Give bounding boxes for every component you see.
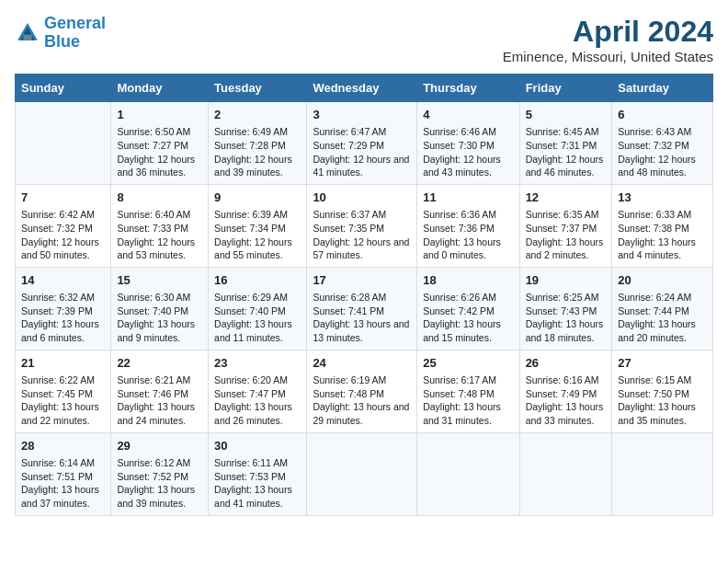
day-details: Sunrise: 6:21 AMSunset: 7:46 PMDaylight:… (117, 373, 202, 428)
day-number: 5 (526, 107, 607, 123)
calendar-cell: 17Sunrise: 6:28 AMSunset: 7:41 PMDayligh… (307, 267, 417, 350)
day-number: 15 (117, 272, 202, 289)
week-row-5: 28Sunrise: 6:14 AMSunset: 7:51 PMDayligh… (16, 432, 713, 515)
calendar-cell (612, 432, 713, 515)
calendar-cell (16, 102, 111, 185)
svg-rect-2 (23, 34, 31, 40)
day-details: Sunrise: 6:20 AMSunset: 7:47 PMDaylight:… (214, 373, 301, 428)
calendar-cell: 29Sunrise: 6:12 AMSunset: 7:52 PMDayligh… (111, 432, 209, 515)
calendar-cell: 1Sunrise: 6:50 AMSunset: 7:27 PMDaylight… (111, 102, 209, 185)
day-number: 22 (117, 355, 202, 372)
day-number: 21 (21, 355, 105, 372)
calendar-cell: 12Sunrise: 6:35 AMSunset: 7:37 PMDayligh… (519, 184, 612, 267)
header-tuesday: Tuesday (209, 75, 307, 102)
logo: General Blue (15, 15, 106, 52)
week-row-2: 7Sunrise: 6:42 AMSunset: 7:32 PMDaylight… (16, 184, 713, 267)
calendar-cell: 10Sunrise: 6:37 AMSunset: 7:35 PMDayligh… (307, 184, 417, 267)
logo-icon (15, 20, 40, 46)
day-number: 16 (214, 272, 301, 289)
calendar-cell: 4Sunrise: 6:46 AMSunset: 7:30 PMDaylight… (417, 102, 519, 185)
header-sunday: Sunday (16, 75, 111, 102)
day-number: 9 (214, 190, 301, 206)
calendar-cell: 19Sunrise: 6:25 AMSunset: 7:43 PMDayligh… (519, 267, 612, 350)
header-wednesday: Wednesday (307, 75, 417, 102)
calendar-cell: 6Sunrise: 6:43 AMSunset: 7:32 PMDaylight… (612, 102, 713, 185)
calendar-subtitle: Eminence, Missouri, United States (503, 49, 713, 64)
header-friday: Friday (519, 75, 612, 102)
calendar-cell: 23Sunrise: 6:20 AMSunset: 7:47 PMDayligh… (209, 350, 307, 432)
calendar-header-row: SundayMondayTuesdayWednesdayThursdayFrid… (16, 75, 713, 102)
calendar-cell: 27Sunrise: 6:15 AMSunset: 7:50 PMDayligh… (612, 350, 713, 432)
day-number: 29 (117, 438, 202, 454)
day-number: 25 (423, 355, 513, 372)
day-details: Sunrise: 6:14 AMSunset: 7:51 PMDaylight:… (21, 456, 105, 511)
day-details: Sunrise: 6:37 AMSunset: 7:35 PMDaylight:… (313, 208, 411, 262)
day-details: Sunrise: 6:12 AMSunset: 7:52 PMDaylight:… (117, 456, 202, 511)
title-block: April 2024 Eminence, Missouri, United St… (503, 15, 713, 64)
day-details: Sunrise: 6:42 AMSunset: 7:32 PMDaylight:… (21, 208, 105, 262)
week-row-1: 1Sunrise: 6:50 AMSunset: 7:27 PMDaylight… (16, 102, 713, 185)
day-number: 11 (423, 190, 513, 206)
day-number: 12 (526, 190, 607, 206)
day-details: Sunrise: 6:46 AMSunset: 7:30 PMDaylight:… (423, 125, 513, 179)
calendar-cell: 22Sunrise: 6:21 AMSunset: 7:46 PMDayligh… (111, 350, 209, 432)
day-number: 4 (423, 107, 513, 123)
day-number: 2 (214, 107, 301, 123)
day-details: Sunrise: 6:43 AMSunset: 7:32 PMDaylight:… (618, 125, 707, 179)
day-number: 6 (618, 107, 707, 123)
day-details: Sunrise: 6:11 AMSunset: 7:53 PMDaylight:… (214, 456, 301, 511)
calendar-cell: 26Sunrise: 6:16 AMSunset: 7:49 PMDayligh… (519, 350, 612, 432)
calendar-cell (417, 432, 519, 515)
week-row-3: 14Sunrise: 6:32 AMSunset: 7:39 PMDayligh… (16, 267, 713, 350)
week-row-4: 21Sunrise: 6:22 AMSunset: 7:45 PMDayligh… (16, 350, 713, 432)
day-details: Sunrise: 6:26 AMSunset: 7:42 PMDaylight:… (423, 291, 513, 345)
header-thursday: Thursday (417, 75, 519, 102)
day-details: Sunrise: 6:40 AMSunset: 7:33 PMDaylight:… (117, 208, 202, 262)
page-header: General Blue April 2024 Eminence, Missou… (15, 15, 713, 64)
calendar-cell: 18Sunrise: 6:26 AMSunset: 7:42 PMDayligh… (417, 267, 519, 350)
calendar-cell: 9Sunrise: 6:39 AMSunset: 7:34 PMDaylight… (209, 184, 307, 267)
day-details: Sunrise: 6:25 AMSunset: 7:43 PMDaylight:… (526, 291, 607, 345)
day-details: Sunrise: 6:39 AMSunset: 7:34 PMDaylight:… (214, 208, 301, 262)
day-details: Sunrise: 6:29 AMSunset: 7:40 PMDaylight:… (214, 291, 301, 345)
day-details: Sunrise: 6:36 AMSunset: 7:36 PMDaylight:… (423, 208, 513, 262)
day-details: Sunrise: 6:45 AMSunset: 7:31 PMDaylight:… (526, 125, 607, 179)
day-details: Sunrise: 6:35 AMSunset: 7:37 PMDaylight:… (526, 208, 607, 262)
calendar-title: April 2024 (503, 15, 713, 49)
calendar-cell: 16Sunrise: 6:29 AMSunset: 7:40 PMDayligh… (209, 267, 307, 350)
day-number: 1 (117, 107, 202, 123)
day-details: Sunrise: 6:19 AMSunset: 7:48 PMDaylight:… (313, 373, 411, 428)
calendar-cell: 28Sunrise: 6:14 AMSunset: 7:51 PMDayligh… (16, 432, 111, 515)
day-number: 13 (618, 190, 707, 206)
day-number: 17 (313, 272, 411, 289)
calendar-cell: 11Sunrise: 6:36 AMSunset: 7:36 PMDayligh… (417, 184, 519, 267)
calendar-cell: 14Sunrise: 6:32 AMSunset: 7:39 PMDayligh… (16, 267, 111, 350)
day-details: Sunrise: 6:33 AMSunset: 7:38 PMDaylight:… (618, 208, 707, 262)
day-number: 18 (423, 272, 513, 289)
logo-text: General Blue (44, 15, 106, 52)
day-number: 30 (214, 438, 301, 454)
day-number: 19 (526, 272, 607, 289)
day-details: Sunrise: 6:49 AMSunset: 7:28 PMDaylight:… (214, 125, 301, 179)
day-details: Sunrise: 6:15 AMSunset: 7:50 PMDaylight:… (618, 373, 707, 428)
day-number: 10 (313, 190, 411, 206)
calendar-cell: 13Sunrise: 6:33 AMSunset: 7:38 PMDayligh… (612, 184, 713, 267)
day-details: Sunrise: 6:30 AMSunset: 7:40 PMDaylight:… (117, 291, 202, 345)
day-number: 26 (526, 355, 607, 372)
calendar-cell: 20Sunrise: 6:24 AMSunset: 7:44 PMDayligh… (612, 267, 713, 350)
calendar-cell (519, 432, 612, 515)
calendar-cell: 3Sunrise: 6:47 AMSunset: 7:29 PMDaylight… (307, 102, 417, 185)
calendar-cell: 8Sunrise: 6:40 AMSunset: 7:33 PMDaylight… (111, 184, 209, 267)
calendar-cell: 2Sunrise: 6:49 AMSunset: 7:28 PMDaylight… (209, 102, 307, 185)
day-number: 27 (618, 355, 707, 372)
day-number: 3 (313, 107, 411, 123)
day-details: Sunrise: 6:47 AMSunset: 7:29 PMDaylight:… (313, 125, 411, 179)
calendar-cell: 5Sunrise: 6:45 AMSunset: 7:31 PMDaylight… (519, 102, 612, 185)
calendar-cell: 24Sunrise: 6:19 AMSunset: 7:48 PMDayligh… (307, 350, 417, 432)
day-details: Sunrise: 6:28 AMSunset: 7:41 PMDaylight:… (313, 291, 411, 345)
calendar-cell: 25Sunrise: 6:17 AMSunset: 7:48 PMDayligh… (417, 350, 519, 432)
day-number: 14 (21, 272, 105, 289)
day-details: Sunrise: 6:32 AMSunset: 7:39 PMDaylight:… (21, 291, 105, 345)
day-number: 28 (21, 438, 105, 454)
day-number: 8 (117, 190, 202, 206)
